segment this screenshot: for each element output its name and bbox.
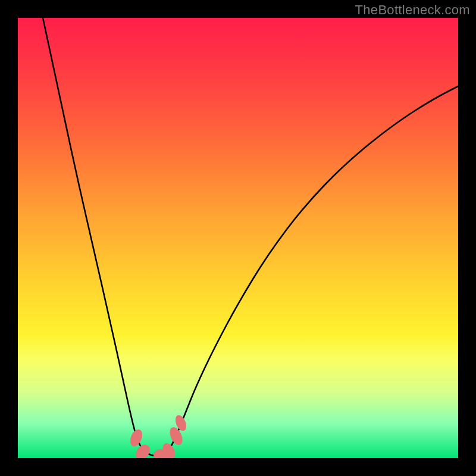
source-credit: TheBottleneck.com — [355, 2, 470, 18]
marker-group — [128, 414, 189, 458]
chart-svg — [18, 18, 458, 458]
bottleneck-curve — [43, 18, 458, 456]
highlight-marker — [128, 428, 145, 449]
chart-plot-area — [18, 18, 458, 458]
